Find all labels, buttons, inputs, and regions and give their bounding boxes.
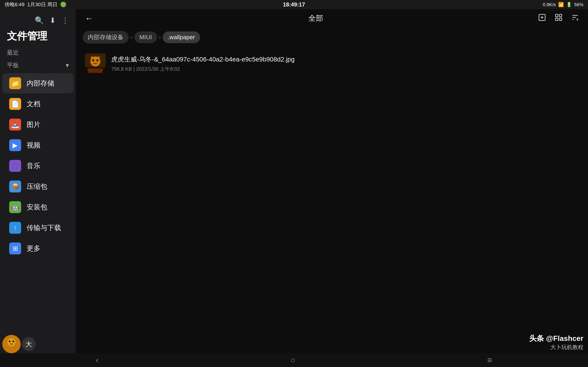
svg-text:大: 大 <box>26 341 32 348</box>
chevron-down-icon[interactable]: ▾ <box>66 61 69 69</box>
file-item[interactable]: 虎虎生威-乌冬-&_64aa097c-4506-40a2-b4ea-e9c5e9… <box>83 49 581 78</box>
sidebar-item-zip[interactable]: 📦 压缩包 <box>2 176 73 197</box>
device-section: 平板 ▾ <box>0 60 76 73</box>
wifi-icon: 📶 <box>558 2 564 7</box>
sidebar-label-music: 音乐 <box>27 161 40 171</box>
sidebar-item-storage[interactable]: 📁 内部存储 <box>2 73 73 93</box>
svg-rect-6 <box>559 18 562 21</box>
video-icon: ▶ <box>9 139 21 151</box>
storage-icon: 📁 <box>9 77 21 89</box>
sidebar-item-video[interactable]: ▶ 视频 <box>2 135 73 155</box>
status-time: 傍晚6:49 <box>5 1 25 8</box>
breadcrumb-miui[interactable]: MIUI <box>134 31 157 43</box>
file-list: 虎虎生威-乌冬-&_64aa097c-4506-40a2-b4ea-e9c5e9… <box>76 47 588 353</box>
avatar-corner: 大 <box>2 335 36 353</box>
add-button[interactable] <box>536 11 548 25</box>
sidebar-label-images: 图片 <box>27 120 40 129</box>
svg-point-18 <box>13 341 14 342</box>
grid-view-button[interactable] <box>553 11 565 25</box>
breadcrumb-wallpaper[interactable]: .wallpaper <box>163 31 200 43</box>
status-clock: 18:49:17 <box>283 1 305 8</box>
file-meta: 756.8 KB | 2022/1/30 上午8:02 <box>111 66 579 73</box>
thumbnail-image <box>85 53 106 74</box>
breadcrumb-internal-storage[interactable]: 内部存储设备 <box>83 31 129 44</box>
sidebar-label-docs: 文档 <box>27 99 40 109</box>
bottom-nav: ‹ ○ ≡ <box>0 353 588 367</box>
sidebar-label-more: 更多 <box>27 244 40 253</box>
status-bar-right: 0.9K/s 📶 🔋 56% <box>543 2 583 7</box>
avatar-secondary: 大 <box>22 337 36 351</box>
file-name: 虎虎生威-乌冬-&_64aa097c-4506-40a2-b4ea-e9c5e9… <box>111 55 579 64</box>
sidebar-nav: 📁 内部存储 📄 文档 🗻 图片 ▶ <box>0 73 76 353</box>
svg-point-16 <box>7 338 16 346</box>
music-icon: 🎵 <box>9 160 21 172</box>
docs-icon: 📄 <box>9 98 21 110</box>
svg-point-11 <box>90 56 100 67</box>
file-size: 756.8 KB <box>111 66 132 72</box>
breadcrumb-sep-1: › <box>130 34 132 41</box>
status-bar: 傍晚6:49 1月30日 周日 🟢 18:49:17 0.9K/s 📶 🔋 56… <box>0 0 588 9</box>
svg-rect-5 <box>556 18 558 21</box>
recent-label: 最近 <box>0 48 76 60</box>
apk-icon: 🤖 <box>9 201 21 213</box>
watermark-line2: 大卜玩机教程 <box>529 344 583 351</box>
back-nav-button[interactable]: ‹ <box>87 353 108 367</box>
recents-nav-button[interactable]: ≡ <box>478 353 501 367</box>
file-date: 2022/1/30 上午8:02 <box>136 66 180 72</box>
svg-rect-3 <box>556 14 558 17</box>
sidebar-label-zip: 压缩包 <box>27 182 47 191</box>
file-info: 虎虎生威-乌冬-&_64aa097c-4506-40a2-b4ea-e9c5e9… <box>111 55 579 73</box>
status-bar-left: 傍晚6:49 1月30日 周日 🟢 <box>5 1 66 8</box>
content-title: 全部 <box>100 13 531 23</box>
sidebar-item-docs[interactable]: 📄 文档 <box>2 94 73 114</box>
battery-percent: 56% <box>574 2 583 7</box>
back-button[interactable]: ← <box>83 11 95 25</box>
sidebar-item-images[interactable]: 🗻 图片 <box>2 115 73 135</box>
svg-point-12 <box>92 59 94 61</box>
sidebar-header: 🔍 ⬇ ⋮ <box>0 11 76 27</box>
breadcrumb-sep-2: › <box>159 34 161 41</box>
battery-icon: 🔋 <box>566 2 572 7</box>
watermark-line1: 头条 @Flashcer <box>529 334 583 344</box>
home-nav-button[interactable]: ○ <box>281 353 305 367</box>
app-title: 文件管理 <box>0 27 76 48</box>
sidebar-item-apk[interactable]: 🤖 安装包 <box>2 197 73 217</box>
svg-point-17 <box>9 341 10 342</box>
avatar-primary <box>2 335 21 353</box>
sidebar-item-more[interactable]: ⊞ 更多 <box>2 238 73 259</box>
images-icon: 🗻 <box>9 119 21 131</box>
transfer-icon: ↑ <box>9 222 21 234</box>
search-icon[interactable]: 🔍 <box>35 16 44 25</box>
more-icon: ⊞ <box>9 242 21 254</box>
app-icon: 🟢 <box>60 2 66 8</box>
status-date: 1月30日 周日 <box>27 1 57 8</box>
sidebar-label-transfer: 传输与下载 <box>27 223 61 233</box>
device-label: 平板 <box>7 61 19 69</box>
file-thumbnail <box>85 53 106 74</box>
sidebar-item-music[interactable]: 🎵 音乐 <box>2 156 73 176</box>
sidebar-item-transfer[interactable]: ↑ 传输与下载 <box>2 218 73 238</box>
header-actions <box>536 11 581 25</box>
content-header: ← 全部 <box>76 9 588 27</box>
breadcrumb: 内部存储设备 › MIUI › .wallpaper <box>76 27 588 47</box>
sidebar-label-storage: 内部存储 <box>27 79 54 88</box>
network-speed: 0.9K/s <box>543 2 556 7</box>
file-meta-sep: | <box>133 66 136 72</box>
sidebar-header-icons: 🔍 ⬇ ⋮ <box>35 16 69 25</box>
svg-rect-4 <box>559 14 562 17</box>
watermark: 头条 @Flashcer 大卜玩机教程 <box>529 334 583 351</box>
zip-icon: 📦 <box>9 181 21 192</box>
more-options-icon[interactable]: ⋮ <box>61 16 69 25</box>
sidebar-label-video: 视频 <box>27 141 40 150</box>
download-icon[interactable]: ⬇ <box>50 16 56 25</box>
content-area: ← 全部 <box>76 9 588 353</box>
sort-button[interactable] <box>569 11 581 25</box>
svg-point-13 <box>96 59 98 61</box>
sidebar-label-apk: 安装包 <box>27 202 47 212</box>
main-layout: 🔍 ⬇ ⋮ 文件管理 最近 平板 ▾ 📁 内部存储 📄 <box>0 9 588 353</box>
sidebar: 🔍 ⬇ ⋮ 文件管理 最近 平板 ▾ 📁 内部存储 📄 <box>0 9 76 353</box>
